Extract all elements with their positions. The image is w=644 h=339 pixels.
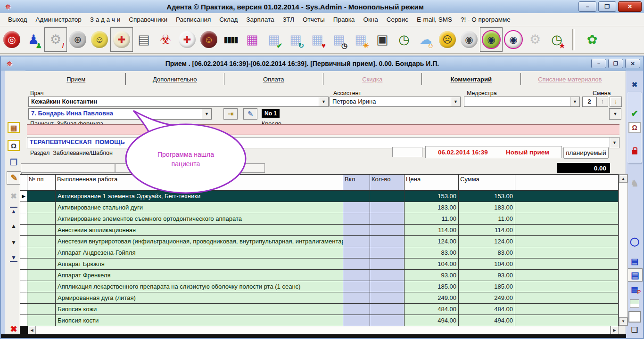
chat-bubbles-icon[interactable]: ☁☺: [415, 28, 437, 51]
print-ep-icon[interactable]: ▤P: [627, 283, 642, 296]
barcode-icon[interactable]: ▮▮▮▮: [220, 28, 241, 51]
camera-icon[interactable]: ◉: [458, 28, 480, 51]
cell-incl[interactable]: [343, 304, 370, 315]
cell-qty[interactable]: [370, 213, 405, 225]
list-view-icon[interactable]: ▤: [627, 255, 642, 267]
table-row[interactable]: Биопсия кожи484.00484.00: [20, 304, 619, 315]
restore-button[interactable]: ❐: [598, 1, 616, 12]
menu-item[interactable]: Сервис: [382, 14, 413, 25]
cell-sum[interactable]: 494.00: [459, 315, 515, 326]
settings-tools-icon[interactable]: ⚙/: [44, 27, 67, 52]
calendar-sun-icon[interactable]: ▦☀: [350, 28, 372, 51]
cell-incl[interactable]: [343, 315, 370, 326]
tab-6[interactable]: Списание материалов: [521, 73, 619, 85]
users-pawns-icon[interactable]: ♟♟: [23, 28, 44, 51]
table-row[interactable]: Анестезия аппликационная114.00114.00: [20, 225, 619, 236]
cell-price[interactable]: 494.00: [405, 315, 459, 326]
tab-2[interactable]: Дополнительно: [126, 73, 225, 85]
move-up-icon[interactable]: ▲: [7, 220, 21, 232]
cell-qty[interactable]: [370, 258, 405, 270]
table-row[interactable]: ▶Активирование 1 элемента Эджуайз, Бегг-…: [20, 191, 619, 202]
nurse-combobox[interactable]: [464, 97, 580, 107]
cell-incl[interactable]: [343, 258, 370, 270]
chair-dropdown-button[interactable]: [609, 108, 621, 120]
horizontal-scrollbar[interactable]: ◀ ▶: [20, 326, 619, 334]
cell-work[interactable]: Анестезия внутриротовая (инфильтрационна…: [56, 236, 343, 247]
cell-work[interactable]: Анестезия аппликационная: [56, 225, 343, 236]
medical-card-icon[interactable]: ✚: [110, 27, 133, 52]
cell-qty[interactable]: [370, 292, 405, 304]
table-row[interactable]: Активирование элементов съемного ортодон…: [20, 213, 619, 225]
lock-icon[interactable]: [627, 145, 642, 157]
patient-combobox[interactable]: 7. Бондарь Инна Павловна: [28, 108, 212, 120]
cell-work[interactable]: Аппарат Андрезена-Гойпля: [56, 247, 343, 258]
menu-item[interactable]: Окна: [359, 14, 382, 25]
calendar-heart-icon[interactable]: ▦♥: [306, 28, 328, 51]
eye-photo-icon[interactable]: ◉: [480, 27, 503, 52]
cell-price[interactable]: 114.00: [405, 225, 459, 236]
cell-qty[interactable]: [370, 202, 405, 213]
cell-incl[interactable]: [343, 191, 370, 202]
cell-work[interactable]: Аппарат Брюкля: [56, 258, 343, 270]
cell-incl[interactable]: [343, 236, 370, 247]
note-green-icon[interactable]: [627, 298, 642, 310]
books-stack-icon[interactable]: ▤: [133, 28, 155, 51]
cell-sum[interactable]: 249.00: [459, 292, 515, 304]
scroll-left-button[interactable]: ◀: [28, 326, 36, 334]
cell-price[interactable]: 183.00: [405, 202, 459, 213]
cell-work[interactable]: Аппликация лекарственного препарата на с…: [56, 281, 343, 292]
planned-button[interactable]: планируемый: [563, 147, 609, 159]
menu-item[interactable]: Правка: [329, 14, 359, 25]
close-panel-icon[interactable]: ✖: [627, 78, 642, 90]
tab-4[interactable]: Скидка: [323, 73, 422, 85]
cell-price[interactable]: 93.00: [405, 270, 459, 281]
cell-sum[interactable]: 104.00: [459, 258, 515, 270]
cell-incl[interactable]: [343, 247, 370, 258]
cell-price[interactable]: 484.00: [405, 304, 459, 315]
chevron-down-icon[interactable]: [451, 97, 460, 106]
cell-incl[interactable]: [343, 213, 370, 225]
record-circle-icon[interactable]: ◯: [627, 235, 642, 248]
cell-sum[interactable]: 484.00: [459, 304, 515, 315]
monitor-icon[interactable]: ▣: [372, 28, 393, 51]
gear-disabled-icon[interactable]: ⚙: [524, 28, 546, 51]
window-view-icon[interactable]: ❐: [7, 156, 21, 169]
shift-field[interactable]: 2: [582, 97, 596, 107]
confirm-check-icon[interactable]: ✔: [627, 107, 642, 120]
tab-5[interactable]: Комментарий: [422, 73, 521, 85]
chevron-down-icon[interactable]: [610, 137, 619, 148]
table-row[interactable]: Аппарат Френкеля93.0093.00: [20, 270, 619, 281]
dental-formula-field[interactable]: [27, 124, 619, 135]
list-view-active-icon[interactable]: ▤: [627, 268, 643, 282]
menu-item[interactable]: З а д а ч и: [86, 14, 124, 25]
cell-incl[interactable]: [343, 225, 370, 236]
table-row[interactable]: Анестезия внутриротовая (инфильтрационна…: [20, 236, 619, 247]
scroll-up-button[interactable]: ▲: [619, 175, 627, 183]
power-icon[interactable]: ◎: [1, 28, 23, 51]
header-incl[interactable]: Вкл: [343, 175, 370, 191]
calendar-sync-icon[interactable]: ▦↻: [285, 28, 306, 51]
film-folder-icon[interactable]: ⊛: [67, 28, 89, 51]
alarm-clock-icon[interactable]: ◷: [393, 28, 415, 51]
cell-work[interactable]: Активирование 1 элемента Эджуайз, Бегг-т…: [56, 191, 343, 202]
header-sum[interactable]: Сумма: [459, 175, 515, 191]
shift-up-button[interactable]: [596, 97, 608, 107]
blank-square-icon[interactable]: [627, 311, 642, 323]
header-num[interactable]: № пп: [27, 175, 56, 191]
chevron-down-icon[interactable]: [570, 97, 579, 106]
menu-item[interactable]: Зарплата: [242, 14, 278, 25]
cell-work[interactable]: Армированная дуга (литая): [56, 292, 343, 304]
cell-work[interactable]: Активирование стальной дуги: [56, 202, 343, 213]
delete-disabled-icon[interactable]: ✖: [7, 190, 21, 202]
calendar-clock-icon[interactable]: ▦◷: [328, 28, 350, 51]
window-close-button[interactable]: ✕: [625, 59, 640, 68]
cell-qty[interactable]: [370, 270, 405, 281]
cell-sum[interactable]: 153.00: [459, 191, 515, 202]
table-row[interactable]: Аппарат Андрезена-Гойпля83.0083.00: [20, 247, 619, 258]
cell-sum[interactable]: 93.00: [459, 270, 515, 281]
shift-down-button[interactable]: [610, 97, 622, 107]
window-restore-button[interactable]: ❐: [608, 59, 623, 68]
header-qty[interactable]: Кол-во: [370, 175, 405, 191]
move-bottom-icon[interactable]: ▼: [7, 251, 21, 264]
cell-qty[interactable]: [370, 315, 405, 326]
